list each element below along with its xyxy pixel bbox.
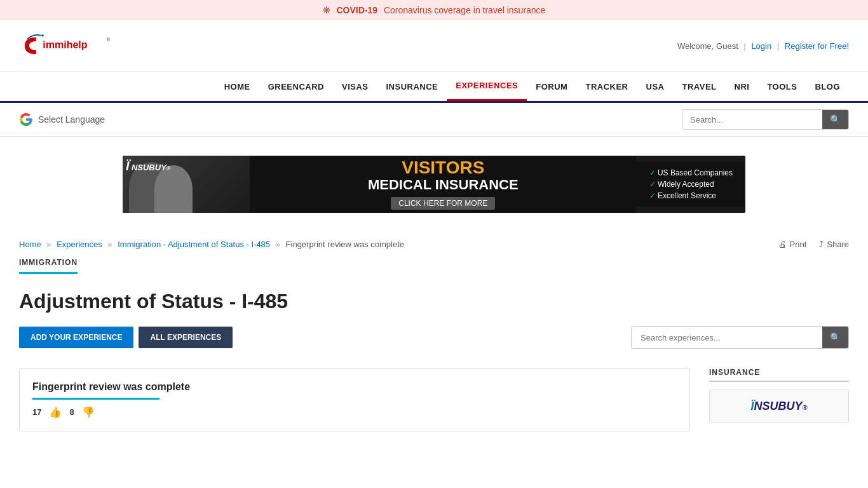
covid-icon: ❋ xyxy=(323,5,330,15)
header-search[interactable]: 🔍 xyxy=(682,109,849,130)
content-sidebar: INSURANCE ÏNSUBUY® xyxy=(709,368,849,441)
thumbs-down-icon[interactable]: 👎 xyxy=(82,406,95,418)
breadcrumb: Home » Experiences » Immigration - Adjus… xyxy=(19,240,404,249)
nav-tracker[interactable]: TRACKER xyxy=(576,73,637,100)
welcome-text: Welcome, Guest xyxy=(677,41,738,51)
downvote-count: 8 xyxy=(69,407,74,417)
ad-feature-1: US Based Companies xyxy=(649,168,733,177)
content-layout: Fingerprint review was complete 17 👍 8 👎… xyxy=(19,368,849,441)
main-nav: HOME GREENCARD VISAS INSURANCE EXPERIENC… xyxy=(19,72,849,101)
content-main: Fingerprint review was complete 17 👍 8 👎 xyxy=(19,368,690,441)
ad-feature-3: Excellent Service xyxy=(649,191,733,200)
breadcrumb-home[interactable]: Home xyxy=(19,240,41,249)
print-label: Print xyxy=(790,240,807,249)
action-row: ADD YOUR EXPERIENCE ALL EXPERIENCES 🔍 xyxy=(19,326,849,349)
header-search-input[interactable] xyxy=(682,111,822,129)
ad-cta: CLICK HERE FOR MORE xyxy=(391,197,495,210)
svg-text:★: ★ xyxy=(41,33,44,38)
ad-medical: MEDICAL INSURANCE xyxy=(368,177,519,193)
insubuy-brand: ÏNSUBUY® xyxy=(719,400,839,413)
breadcrumb-sep1: » xyxy=(46,240,51,249)
ad-feature-2: Widely Accepted xyxy=(649,180,733,189)
nav-usa[interactable]: USA xyxy=(637,73,674,100)
ad-image: Ï NSUBUY® xyxy=(123,156,250,213)
login-link[interactable]: Login xyxy=(751,41,771,51)
nav-bar: HOME GREENCARD VISAS INSURANCE EXPERIENC… xyxy=(0,72,868,103)
ad-center: VISITORS MEDICAL INSURANCE CLICK HERE FO… xyxy=(250,156,637,213)
covid-text: Coronavirus coverage in travel insurance xyxy=(384,5,545,15)
site-header: ★ immihelp ® Welcome, Guest | Login | Re… xyxy=(0,20,868,72)
nav-travel[interactable]: TRAVEL xyxy=(673,73,725,100)
register-link[interactable]: Register for Free! xyxy=(785,41,849,51)
sidebar-insurance-label: INSURANCE xyxy=(709,368,849,382)
thumbs-up-icon[interactable]: 👍 xyxy=(49,406,62,418)
all-experiences-button[interactable]: ALL EXPERIENCES xyxy=(139,327,233,348)
logo-area: ★ immihelp ® xyxy=(19,27,121,65)
covid-label: COVID-19 xyxy=(336,5,377,15)
breadcrumb-sep3: » xyxy=(276,240,280,249)
sidebar-insubuy[interactable]: ÏNSUBUY® xyxy=(709,390,849,423)
nav-forum[interactable]: FORUM xyxy=(527,73,576,100)
ad-visitors: VISITORS xyxy=(402,159,484,177)
select-language-label: Select Language xyxy=(38,114,105,125)
breadcrumb-current: Fingerprint review was complete xyxy=(286,240,404,249)
experience-bar xyxy=(32,398,159,400)
header-search-button[interactable]: 🔍 xyxy=(822,110,848,129)
lang-bar: Select Language 🔍 xyxy=(0,103,868,137)
search-icon: 🔍 xyxy=(830,332,841,342)
share-link[interactable]: ⤴ Share xyxy=(819,240,849,249)
section-label: IMMIGRATION xyxy=(19,258,78,274)
share-label: Share xyxy=(827,240,849,249)
breadcrumb-sep2: » xyxy=(107,240,112,249)
language-selector[interactable]: Select Language xyxy=(19,112,105,126)
main-container: IMMIGRATION Adjustment of Status - I-485… xyxy=(0,257,868,441)
svg-text:immihelp: immihelp xyxy=(43,39,87,50)
ad-container: Ï NSUBUY® VISITORS MEDICAL INSURANCE CLI… xyxy=(0,137,868,232)
nav-nri[interactable]: NRI xyxy=(726,73,759,100)
auth-area: Welcome, Guest | Login | Register for Fr… xyxy=(677,41,849,51)
site-logo[interactable]: ★ immihelp ® xyxy=(19,27,121,65)
covid-banner: ❋ COVID-19 Coronavirus coverage in trave… xyxy=(0,0,868,20)
breadcrumb-area: Home » Experiences » Immigration - Adjus… xyxy=(0,232,868,257)
nav-tools[interactable]: TOOLS xyxy=(758,73,806,100)
brand-text: NSUBUY xyxy=(754,400,802,412)
breadcrumb-actions: 🖨 Print ⤴ Share xyxy=(778,240,849,249)
experience-meta: 17 👍 8 👎 xyxy=(32,406,677,418)
print-link[interactable]: 🖨 Print xyxy=(778,240,807,249)
print-icon: 🖨 xyxy=(778,240,787,249)
page-title: Adjustment of Status - I-485 xyxy=(19,290,849,313)
nav-home[interactable]: HOME xyxy=(215,73,259,100)
breadcrumb-experiences[interactable]: Experiences xyxy=(57,240,102,249)
btn-group: ADD YOUR EXPERIENCE ALL EXPERIENCES xyxy=(19,327,233,348)
experience-title: Fingerprint review was complete xyxy=(32,381,677,393)
nav-blog[interactable]: BLOG xyxy=(806,73,849,100)
search-icon: 🔍 xyxy=(830,114,841,125)
breadcrumb-category[interactable]: Immigration - Adjustment of Status - I-4… xyxy=(118,240,270,249)
add-experience-button[interactable]: ADD YOUR EXPERIENCE xyxy=(19,327,133,348)
nav-experiences[interactable]: EXPERIENCES xyxy=(447,72,527,101)
experience-search-button[interactable]: 🔍 xyxy=(822,327,848,348)
experience-search[interactable]: 🔍 xyxy=(631,326,849,349)
nav-visas[interactable]: VISAS xyxy=(333,73,377,100)
share-icon: ⤴ xyxy=(819,240,824,249)
ad-features: US Based Companies Widely Accepted Excel… xyxy=(637,162,745,207)
google-icon xyxy=(19,112,33,126)
experience-search-input[interactable] xyxy=(632,327,822,348)
sep1: | xyxy=(743,41,745,51)
nav-greencard[interactable]: GREENCARD xyxy=(259,73,333,100)
svg-text:®: ® xyxy=(107,37,111,43)
brand-reg: ® xyxy=(802,403,807,411)
sep2: | xyxy=(777,41,779,51)
ad-banner[interactable]: Ï NSUBUY® VISITORS MEDICAL INSURANCE CLI… xyxy=(123,156,745,213)
experience-card: Fingerprint review was complete 17 👍 8 👎 xyxy=(19,368,690,431)
nav-insurance[interactable]: INSURANCE xyxy=(377,73,447,100)
upvote-count: 17 xyxy=(32,407,41,417)
